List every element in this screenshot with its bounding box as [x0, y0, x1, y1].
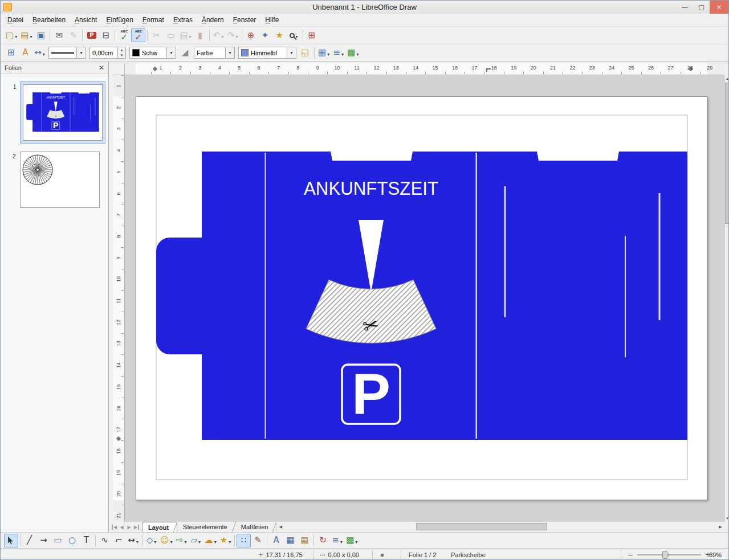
disc-body[interactable] [202, 152, 687, 440]
basic-shapes-button[interactable]: ◇ [144, 534, 158, 547]
fill-type-select[interactable]: Farbe [194, 47, 235, 59]
dropdown-arrow-icon[interactable] [213, 536, 217, 546]
close-panel-icon[interactable]: ✕ [99, 64, 104, 72]
dropdown-arrow-icon[interactable] [340, 48, 344, 58]
edit-points-button[interactable]: ∷ [237, 534, 251, 547]
menu-item-format[interactable]: Format [138, 14, 169, 26]
line-style-select[interactable] [48, 47, 86, 59]
arrow-button[interactable]: → [36, 534, 51, 547]
slide-1-thumbnail-drawing[interactable]: ANKUNFTSZEIT ✂ P [23, 84, 103, 141]
horizontal-scroll-thumb[interactable] [416, 523, 547, 530]
print-button[interactable]: ⊟ [99, 28, 113, 42]
alignment-button[interactable]: ≡ [330, 534, 344, 547]
dropdown-arrow-icon[interactable] [197, 536, 201, 546]
menu-item-datei[interactable]: Datei [3, 14, 28, 26]
canvas-area[interactable]: ANKUNFTSZEIT ✂ P [125, 75, 724, 522]
menu-item-bearbeiten[interactable]: Bearbeiten [28, 14, 70, 26]
gallery2-button[interactable]: ▤ [298, 534, 312, 547]
symbol-shapes-button[interactable]: ☺ [158, 534, 174, 547]
fontwork-button[interactable]: A [269, 534, 283, 547]
edit-file-button[interactable]: ✎ [66, 28, 80, 42]
page-style-field[interactable]: Parkscheibe [451, 549, 486, 560]
zoom-button[interactable] [287, 28, 301, 42]
connector-button[interactable]: ⌐ [112, 534, 126, 547]
line-color-select[interactable]: Schw [129, 47, 176, 59]
callouts-button[interactable]: ☁ [203, 534, 218, 547]
dropdown-arrow-icon[interactable] [183, 536, 186, 546]
first-slide-button[interactable] [111, 525, 118, 530]
scroll-left-icon[interactable] [276, 522, 284, 532]
menu-item-extras[interactable]: Extras [169, 14, 197, 26]
disc-body[interactable] [32, 92, 99, 132]
slide-thumbnail-2[interactable]: 2 [20, 152, 105, 208]
zoom-percent-field[interactable]: 89% [709, 549, 722, 560]
flowchart-button[interactable]: ▱ [189, 534, 203, 547]
line-width-input[interactable]: 0,00cm [89, 47, 126, 59]
tab-layout[interactable]: Layout [142, 522, 177, 532]
text-button[interactable]: T [79, 534, 93, 547]
export-pdf-button[interactable]: P [84, 28, 99, 42]
parking-sign-p[interactable]: P [53, 121, 58, 130]
email-button[interactable]: ✉ [52, 28, 66, 42]
chevron-down-icon[interactable] [287, 47, 296, 58]
dropdown-arrow-icon[interactable] [188, 30, 192, 40]
menu-item-einfgen[interactable]: Einfügen [101, 14, 137, 26]
hyperlink-button[interactable]: ⊕ [244, 28, 258, 42]
tab-stop-marker[interactable] [486, 68, 491, 72]
close-button[interactable]: × [710, 1, 728, 14]
table-grid-button[interactable]: ⊞ [4, 46, 18, 60]
gallery-button[interactable]: ★ [272, 28, 287, 42]
stars-button[interactable]: ★ [218, 534, 233, 547]
menu-item-ndern[interactable]: Ändern [197, 14, 229, 26]
dropdown-arrow-icon[interactable] [326, 48, 329, 58]
save-button[interactable]: ▣ [34, 28, 48, 42]
redo-button[interactable]: ↷ [226, 28, 240, 42]
image-button[interactable]: ▦ [283, 534, 298, 547]
dropdown-arrow-icon[interactable] [169, 536, 173, 546]
spin-up-icon[interactable] [118, 47, 125, 53]
vertical-scrollbar[interactable] [724, 75, 729, 522]
arrow-style-button[interactable]: ↔ [32, 46, 47, 60]
ankunftszeit-text[interactable]: ANKUNFTSZEIT [304, 177, 438, 199]
horizontal-scrollbar[interactable] [276, 522, 724, 532]
spin-down-icon[interactable] [118, 53, 125, 59]
ankunftszeit-text[interactable]: ANKUNFTSZEIT [47, 96, 65, 99]
curve-button[interactable]: ∿ [97, 534, 112, 547]
rectangle-button[interactable]: ▭ [51, 534, 65, 547]
dropdown-arrow-icon[interactable] [28, 30, 32, 40]
vertical-scroll-thumb[interactable] [725, 83, 729, 224]
line-button[interactable]: ╱ [22, 534, 36, 547]
select-button[interactable] [4, 534, 18, 547]
dropdown-arrow-icon[interactable] [14, 30, 17, 40]
page[interactable]: ANKUNFTSZEIT ✂ P [136, 96, 707, 500]
chevron-down-icon[interactable] [76, 47, 85, 58]
open-button[interactable]: ▤ [19, 28, 34, 42]
gluepoints-button[interactable]: ✎ [251, 534, 265, 547]
dropdown-arrow-icon[interactable] [227, 536, 231, 546]
shadow-button[interactable]: ◱ [298, 46, 312, 60]
new-button[interactable]: ▢ [4, 28, 19, 42]
cut-button[interactable]: ✂ [149, 28, 164, 42]
dropdown-arrow-icon[interactable] [220, 30, 223, 40]
menu-item-ansicht[interactable]: Ansicht [70, 14, 101, 26]
chevron-down-icon[interactable] [225, 47, 234, 58]
dropdown-arrow-icon[interactable] [42, 48, 45, 58]
ruler-origin[interactable] [113, 63, 125, 75]
copy-button[interactable]: ▭ [164, 28, 178, 42]
line-width-stepper[interactable] [117, 47, 125, 58]
clone-formatting-button[interactable]: ▮ [193, 28, 207, 42]
autospellcheck-button[interactable]: ABC✓ [131, 28, 145, 42]
helplines-button[interactable]: ⊞ [305, 28, 319, 42]
tab-steuerelemente[interactable]: Steuerelemente [177, 522, 235, 532]
undo-button[interactable]: ↶ [211, 28, 226, 42]
zoom-slider[interactable] [637, 554, 701, 555]
titlebar[interactable]: Unbenannt 1 - LibreOffice Draw — ▢ × [1, 1, 728, 14]
rotate-button[interactable]: ↻ [316, 534, 330, 547]
arrange-button[interactable]: ▩ [345, 46, 360, 60]
last-slide-button[interactable] [133, 525, 140, 530]
dropdown-arrow-icon[interactable] [153, 536, 156, 546]
arrange2-button[interactable]: ▩ [344, 534, 359, 547]
dropdown-arrow-icon[interactable] [339, 536, 343, 546]
dropdown-arrow-icon[interactable] [355, 48, 359, 58]
maximize-button[interactable]: ▢ [693, 1, 710, 14]
